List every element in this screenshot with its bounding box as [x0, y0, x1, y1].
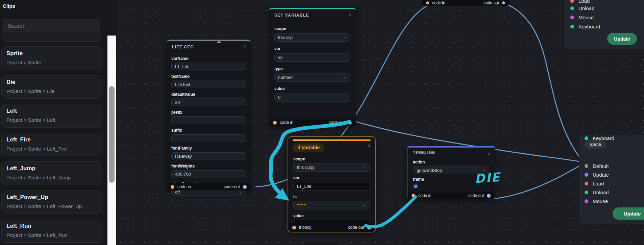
clip-card-left-power-up[interactable]: Left_Power_Up Project > Sprite > Left_Po…: [1, 190, 102, 214]
var-input[interactable]: [293, 182, 370, 191]
scope-select[interactable]: this (clip) ⌄: [293, 163, 370, 172]
event-item-load[interactable]: Load: [570, 0, 590, 4]
clip-path: Project > Sprite > Left_Jump: [6, 175, 71, 180]
node-life-cfg[interactable]: LIFE CFG ✕ varName textName defaultValue…: [167, 40, 251, 191]
fontfamily-input[interactable]: [171, 152, 246, 160]
event-item-keyboard[interactable]: Keyboard: [585, 135, 614, 141]
code-out-label: code out: [348, 225, 364, 230]
field-label: value: [274, 86, 350, 91]
if-body-label: if body: [299, 225, 312, 230]
update-button[interactable]: Update: [607, 33, 637, 45]
clip-card-partial[interactable]: [1, 34, 102, 42]
var-input[interactable]: [274, 53, 350, 62]
clip-path: Project > Sprite > Left_Power_Up: [6, 203, 82, 209]
code-out-label: code out: [224, 184, 240, 189]
event-label: Keyboard: [578, 24, 600, 29]
operator-select[interactable]: === ⌄: [293, 201, 370, 209]
clip-path: Project > Sprite > Die: [6, 88, 55, 94]
scrollbar-thumb[interactable]: [109, 86, 115, 183]
prefix-input[interactable]: [171, 116, 246, 124]
scrollbar-track[interactable]: [107, 36, 116, 245]
event-item-mouse[interactable]: Mouse: [585, 198, 608, 204]
wire-timeline-to-sprite-panel[interactable]: [490, 165, 581, 199]
field-label: prefix: [171, 110, 246, 115]
code-in-port[interactable]: [171, 185, 174, 189]
field-label: value: [293, 214, 370, 218]
field-label: varName: [171, 56, 246, 61]
clip-path: Project > Sprite: [6, 60, 41, 65]
clip-card-left-run[interactable]: Left_Run Project > Sprite > Left_Run: [1, 219, 102, 243]
varname-input[interactable]: [171, 63, 246, 70]
event-label: Mouse: [578, 15, 594, 20]
event-item-unload[interactable]: Unload: [570, 5, 595, 11]
clip-card-die[interactable]: Die Project > Sprite > Die: [1, 75, 102, 99]
code-out-label: code out: [484, 1, 499, 5]
clip-card-sprite[interactable]: Sprite Project > Sprite: [1, 46, 102, 70]
event-item-load[interactable]: Load: [585, 180, 604, 186]
field-label: suffix: [171, 128, 246, 133]
scope-select[interactable]: this clip ⌄: [274, 33, 350, 42]
event-item-default[interactable]: Default: [585, 163, 609, 169]
selected-value: this (clip): [297, 163, 315, 171]
clip-path: Project > Sprite > Left_Fire: [6, 146, 67, 152]
close-icon[interactable]: ✕: [367, 143, 371, 148]
code-in-port[interactable]: [273, 121, 277, 125]
code-in-port[interactable]: [426, 1, 429, 4]
close-icon[interactable]: ✕: [487, 152, 491, 157]
node-title: TIMELINE: [407, 148, 495, 155]
code-out-port[interactable]: [487, 194, 491, 198]
clip-name: Sprite: [6, 50, 23, 57]
node-set-variable[interactable]: SET VARIABLE ✕ scope this clip ⌄ var typ…: [269, 8, 356, 126]
code-out-port[interactable]: [348, 121, 352, 125]
selected-value: number: [278, 73, 293, 81]
if-body-port[interactable]: [292, 226, 296, 229]
node-accent-bar: [293, 139, 371, 141]
sprite-panel-title[interactable]: Sprite: [584, 140, 606, 149]
close-icon[interactable]: ✕: [348, 12, 352, 17]
event-item-mouse[interactable]: Mouse: [570, 14, 594, 20]
suffix-input[interactable]: [171, 134, 246, 142]
type-select[interactable]: number ⌄: [274, 73, 350, 82]
code-out-port[interactable]: [243, 185, 247, 189]
code-in-label: code in: [280, 120, 293, 125]
clip-name: Left_Jump: [6, 165, 35, 172]
die-annotation-text: DIE: [474, 170, 501, 185]
code-in-port[interactable]: [412, 194, 415, 198]
event-dot-icon: [570, 0, 574, 3]
partial-node-top[interactable]: code in code out: [422, 0, 510, 6]
clip-path: Project > Sprite > Left: [6, 117, 55, 123]
value-input[interactable]: [274, 93, 350, 102]
node-title: If Variable: [293, 143, 324, 152]
field-label: textName: [171, 74, 246, 79]
event-dot-icon: [585, 164, 588, 168]
event-item-update[interactable]: Update: [585, 172, 609, 178]
clip-name: Left_Fire: [6, 136, 31, 143]
defaultvalue-input[interactable]: [171, 98, 246, 106]
node-editor-window: code in code out LIFE CFG ✕ varName text…: [0, 0, 644, 245]
node-title: LIFE CFG: [167, 41, 251, 49]
code-out-label: code out: [329, 120, 345, 125]
textname-input[interactable]: [171, 81, 246, 88]
fontweights-input[interactable]: [171, 170, 246, 178]
field-label: type: [274, 66, 350, 71]
update-button[interactable]: Update: [613, 207, 644, 220]
selected-value: this clip: [278, 34, 293, 41]
event-item-unload[interactable]: Unload: [585, 189, 609, 195]
event-label: Unload: [578, 5, 595, 11]
field-label: var: [274, 46, 350, 51]
frame-socket-port[interactable]: [413, 183, 418, 189]
event-dot-icon: [585, 173, 588, 177]
partial-node-bottom[interactable]: [302, 242, 341, 245]
event-item-keyboard[interactable]: Keyboard: [570, 23, 600, 29]
code-in-label: code in: [418, 193, 431, 198]
scroll-up-arrow-icon[interactable]: [217, 40, 221, 43]
event-dot-icon: [570, 6, 574, 10]
code-out-port[interactable]: [502, 1, 505, 4]
close-icon[interactable]: ✕: [243, 44, 247, 49]
clip-card-left-jump[interactable]: Left_Jump Project > Sprite > Left_Jump: [1, 161, 102, 185]
clip-card-left[interactable]: Left Project > Sprite > Left: [1, 104, 102, 128]
search-input[interactable]: [2, 19, 100, 33]
clip-card-left-fire[interactable]: Left_Fire Project > Sprite > Left_Fire: [1, 133, 102, 156]
node-if-variable[interactable]: If Variable ✕ scope this (clip) ⌄ var is…: [288, 136, 376, 232]
code-out-port[interactable]: [367, 226, 371, 229]
